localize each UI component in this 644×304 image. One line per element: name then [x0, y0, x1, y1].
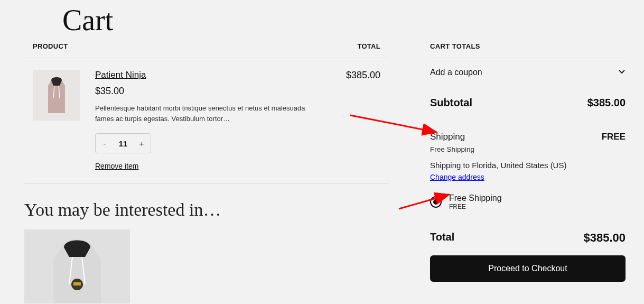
upsell-heading: You may be interested in… — [24, 200, 389, 220]
hoodie-icon — [43, 234, 111, 303]
shipping-section: Shipping FREE Free Shipping Shipping to … — [430, 122, 626, 186]
subtotal-row: Subtotal $385.00 — [430, 87, 626, 122]
shipping-option-label: Free Shipping — [449, 194, 502, 203]
shipping-option-sub: FREE — [449, 203, 502, 210]
cart-item: Patient Ninja $35.00 Pellentesque habita… — [24, 58, 389, 184]
product-name-link[interactable]: Patient Ninja — [95, 70, 146, 80]
unit-price: $35.00 — [95, 86, 318, 97]
shipping-value: FREE — [602, 132, 626, 142]
cart-totals-panel: CART TOTALS Add a coupon Subtotal $385.0… — [430, 42, 626, 282]
product-thumbnail[interactable] — [33, 70, 80, 121]
col-product: PRODUCT — [33, 42, 68, 50]
subtotal-value: $385.00 — [587, 97, 626, 109]
subtotal-label: Subtotal — [430, 97, 472, 109]
page-title: Cart — [62, 3, 113, 37]
shipping-option-row[interactable]: Free Shipping FREE — [430, 186, 626, 220]
shipping-label: Shipping — [430, 132, 465, 142]
svg-rect-5 — [73, 282, 81, 285]
shipping-method: Free Shipping — [430, 145, 626, 153]
grand-total-row: Total $385.00 — [430, 220, 626, 255]
shipping-destination: Shipping to Florida, United States (US) — [430, 161, 626, 170]
col-total: TOTAL — [357, 42, 380, 50]
quantity-stepper[interactable]: - 11 + — [95, 133, 151, 153]
proceed-to-checkout-button[interactable]: Proceed to Checkout — [430, 255, 626, 282]
qty-decrement-button[interactable]: - — [96, 134, 114, 153]
add-coupon-row[interactable]: Add a coupon — [430, 58, 626, 87]
radio-selected-icon[interactable] — [430, 196, 442, 208]
remove-item-link[interactable]: Remove item — [95, 162, 138, 170]
add-coupon-label: Add a coupon — [430, 68, 482, 77]
total-label: Total — [430, 231, 454, 245]
hoodie-icon — [41, 74, 72, 116]
item-details: Patient Ninja $35.00 Pellentesque habita… — [95, 70, 318, 171]
cart-totals-header: CART TOTALS — [430, 42, 626, 58]
cart-table-header: PRODUCT TOTAL — [24, 42, 389, 58]
upsell-product-thumbnail[interactable] — [24, 229, 130, 303]
product-description: Pellentesque habitant morbi tristique se… — [95, 103, 317, 124]
change-address-link[interactable]: Change address — [430, 173, 484, 181]
qty-increment-button[interactable]: + — [133, 134, 151, 153]
qty-value: 11 — [114, 139, 133, 148]
total-value: $385.00 — [583, 231, 626, 245]
cart-items-panel: PRODUCT TOTAL Patient Ninja $35.00 Pelle… — [24, 42, 389, 303]
chevron-down-icon — [618, 68, 626, 77]
line-total: $385.00 — [333, 70, 380, 171]
